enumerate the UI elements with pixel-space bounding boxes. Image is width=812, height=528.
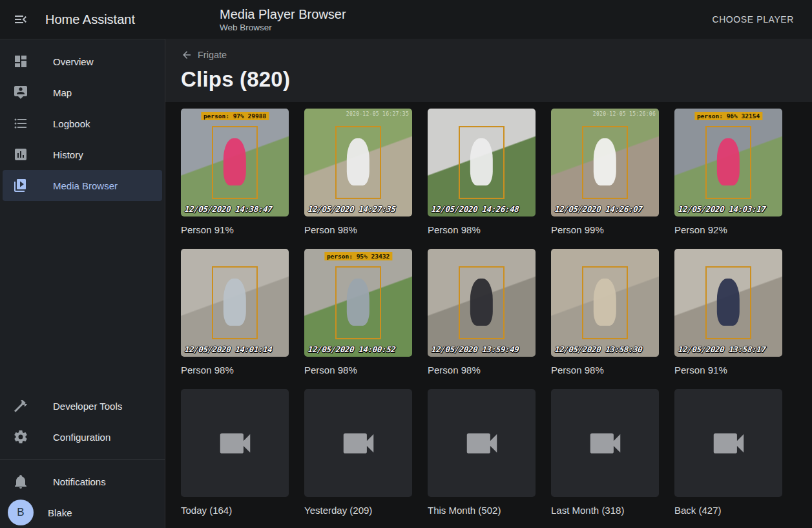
sidebar-item-map[interactable]: Map [3, 77, 162, 108]
sidebar-item-user[interactable]: B Blake [3, 497, 162, 528]
clip-timestamp: 12/05/2020 13:58:17 [678, 344, 766, 354]
clip-timestamp: 12/05/2020 13:59:49 [431, 344, 519, 354]
sidebar: Overview Map Logbook History Media Brows… [0, 39, 165, 528]
clips-grid: person: 97% 29988 12/05/2020 14:38:47 Pe… [181, 109, 796, 516]
person-figure [224, 279, 245, 325]
clip-label: Person 92% [674, 224, 782, 235]
choose-player-button[interactable]: CHOOSE PLAYER [707, 9, 799, 30]
sidebar-item-label: History [53, 149, 83, 160]
clip-thumbnail: 2020-12-05 16:27:35 12/05/2020 14:27:35 [304, 109, 412, 216]
play-box-multiple-icon [13, 178, 28, 193]
clip-label: Person 91% [181, 224, 289, 235]
clip-timestamp: 12/05/2020 14:26:48 [431, 204, 519, 214]
clip-label: Person 98% [304, 224, 412, 235]
detection-box [459, 266, 504, 340]
sidebar-item-media-browser[interactable]: Media Browser [3, 170, 162, 201]
folder-label: This Month (502) [428, 505, 536, 516]
person-figure [717, 138, 739, 185]
sidebar-item-history[interactable]: History [3, 139, 162, 170]
sidebar-item-configuration[interactable]: Configuration [3, 421, 162, 452]
sidebar-item-label: Configuration [53, 432, 110, 443]
clip-item[interactable]: 12/05/2020 13:58:17 Person 91% [674, 249, 782, 375]
media-content: person: 97% 29988 12/05/2020 14:38:47 Pe… [165, 102, 812, 528]
folder-item[interactable]: This Month (502) [428, 389, 536, 516]
folder-thumbnail [674, 389, 782, 497]
sidebar-item-notifications[interactable]: Notifications [3, 466, 162, 497]
sidebar-item-label: Media Browser [53, 180, 118, 191]
person-figure [347, 279, 369, 325]
clip-item[interactable]: person: 97% 29988 12/05/2020 14:38:47 Pe… [181, 109, 289, 235]
clip-item[interactable]: 12/05/2020 14:26:48 Person 98% [428, 109, 536, 235]
clip-thumbnail: 12/05/2020 14:26:48 [428, 109, 536, 216]
sidebar-spacer [0, 201, 165, 390]
breadcrumb[interactable]: Frigate [181, 49, 227, 61]
videocam-icon [585, 423, 625, 463]
clip-thumbnail: person: 96% 32154 12/05/2020 14:03:17 [674, 109, 782, 216]
detection-label: person: 97% 29988 [201, 112, 269, 120]
clip-label: Person 98% [551, 364, 659, 375]
clip-thumbnail: person: 95% 23432 12/05/2020 14:00:52 [304, 249, 412, 357]
clip-timestamp: 12/05/2020 13:58:30 [554, 344, 643, 354]
camera-timestamp: 2020-12-05 15:26:06 [593, 111, 656, 117]
videocam-icon [338, 423, 379, 463]
chart-box-icon [13, 147, 28, 162]
sidebar-item-logbook[interactable]: Logbook [3, 108, 162, 139]
person-figure [594, 138, 616, 185]
person-figure [224, 138, 245, 185]
clip-timestamp: 12/05/2020 14:01:14 [184, 344, 273, 354]
clip-timestamp: 12/05/2020 14:27:35 [307, 204, 396, 214]
detection-box [212, 266, 257, 340]
clip-thumbnail: 12/05/2020 13:59:49 [428, 249, 536, 357]
detection-box [582, 126, 627, 200]
sidebar-item-label: Developer Tools [53, 401, 122, 412]
sidebar-item-label: Map [53, 87, 72, 98]
folder-label: Back (427) [674, 505, 782, 516]
clip-item[interactable]: person: 96% 32154 12/05/2020 14:03:17 Pe… [674, 109, 782, 235]
clip-timestamp: 12/05/2020 14:03:17 [678, 204, 766, 214]
videocam-icon [709, 423, 749, 463]
folder-item[interactable]: Last Month (318) [551, 389, 659, 516]
clip-label: Person 98% [428, 224, 536, 235]
panel-title-block: Media Player Browser Web Browser [220, 7, 346, 32]
clip-timestamp: 12/05/2020 14:26:07 [554, 204, 643, 214]
media-header: Frigate Clips (820) [165, 39, 812, 102]
main-panel: Frigate Clips (820) person: 97% 29988 12… [165, 39, 812, 528]
clip-item[interactable]: 2020-12-05 16:27:35 12/05/2020 14:27:35 … [304, 109, 412, 235]
detection-box [705, 266, 751, 340]
clip-item[interactable]: 12/05/2020 13:59:49 Person 98% [428, 249, 536, 375]
sidebar-item-label: Logbook [53, 118, 90, 129]
folder-thumbnail [551, 389, 659, 497]
clip-label: Person 99% [551, 224, 659, 235]
clip-item[interactable]: 2020-12-05 15:26:06 12/05/2020 14:26:07 … [551, 109, 659, 235]
sidebar-item-label: Notifications [53, 476, 106, 487]
hammer-icon [13, 398, 28, 414]
clip-timestamp: 12/05/2020 14:00:52 [307, 344, 396, 354]
folder-item[interactable]: Today (164) [181, 389, 289, 516]
dashboard-icon [13, 54, 28, 69]
clip-item[interactable]: 12/05/2020 14:01:14 Person 98% [181, 249, 289, 375]
folder-item[interactable]: Back (427) [674, 389, 782, 516]
camera-timestamp: 2020-12-05 16:27:35 [346, 111, 409, 117]
clip-thumbnail: 12/05/2020 13:58:30 [551, 249, 659, 357]
detection-box [335, 126, 380, 200]
clip-label: Person 91% [674, 364, 782, 375]
sidebar-item-label: Overview [53, 56, 94, 67]
folder-item[interactable]: Yesterday (209) [304, 389, 412, 516]
gear-icon [13, 429, 28, 445]
folder-thumbnail [428, 389, 536, 497]
clip-item[interactable]: person: 95% 23432 12/05/2020 14:00:52 Pe… [304, 249, 412, 375]
menu-toggle-icon[interactable] [13, 12, 28, 27]
back-arrow-icon [181, 49, 193, 61]
folder-label: Yesterday (209) [304, 505, 412, 516]
folder-label: Last Month (318) [551, 505, 659, 516]
person-figure [470, 138, 492, 185]
detection-box [459, 126, 504, 200]
avatar: B [8, 500, 34, 525]
sidebar-item-developer-tools[interactable]: Developer Tools [3, 390, 162, 421]
bell-icon [13, 474, 28, 489]
sidebar-item-overview[interactable]: Overview [3, 46, 162, 77]
page-title: Clips (820) [181, 67, 796, 92]
person-figure [717, 279, 739, 325]
clip-item[interactable]: 12/05/2020 13:58:30 Person 98% [551, 249, 659, 375]
clip-thumbnail: 12/05/2020 14:01:14 [181, 249, 289, 357]
